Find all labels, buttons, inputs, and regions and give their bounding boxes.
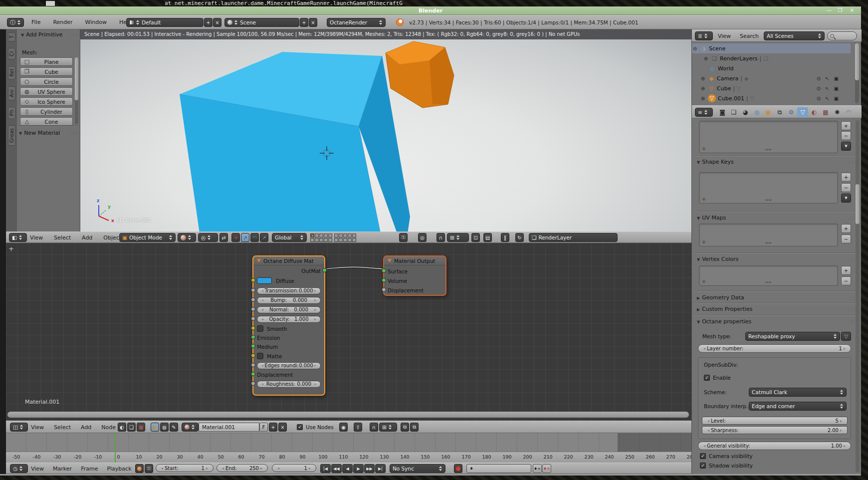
- tab-render-icon[interactable]: ◙: [717, 107, 728, 117]
- fake-user-button[interactable]: F: [259, 423, 268, 432]
- tab-render-layers-icon[interactable]: ❏: [728, 107, 739, 117]
- pivot-selector[interactable]: ◎: [198, 233, 218, 242]
- menu-item[interactable]: Add: [81, 424, 91, 431]
- scale-manipulator-button[interactable]: ↗: [260, 233, 268, 242]
- expand-icon[interactable]: ⊕: [703, 56, 709, 61]
- matte-socket[interactable]: [251, 353, 255, 358]
- list-resize-grip[interactable]: ══: [765, 280, 772, 285]
- tool-shelf-tab[interactable]: Cr: [8, 48, 15, 59]
- translate-manipulator-button[interactable]: ✛: [231, 233, 240, 242]
- layer-number-slider[interactable]: Layer number:1: [698, 344, 851, 353]
- uv-maps-panel-header[interactable]: UV Maps ::::: [697, 215, 858, 221]
- uv-map-remove-button[interactable]: −: [841, 235, 851, 243]
- tab-object-icon[interactable]: ▣: [763, 107, 774, 117]
- snap-element-select[interactable]: ⊞: [447, 233, 469, 242]
- bump-socket[interactable]: [251, 297, 255, 302]
- transport-button[interactable]: ▶|: [375, 464, 386, 473]
- render-opengl-button[interactable]: ⊡: [471, 233, 480, 242]
- opacity-socket[interactable]: [251, 316, 255, 321]
- node-editor-type-button[interactable]: ◫: [10, 423, 28, 432]
- transport-button[interactable]: ▶▶: [364, 464, 375, 473]
- menu-item[interactable]: View: [31, 424, 44, 431]
- add-primitive-button[interactable]: △ Cone: [20, 117, 73, 126]
- texture-nodes-icon[interactable]: ▩: [137, 423, 145, 432]
- manipulator-toggle-button[interactable]: ⇄: [219, 233, 228, 242]
- surface-socket[interactable]: [382, 268, 386, 273]
- lock-camera-button[interactable]: ⚿: [399, 233, 408, 242]
- normal-slider[interactable]: Normal:0.000: [257, 306, 321, 313]
- opacity-slider[interactable]: Opacity:1.000: [257, 316, 321, 323]
- new-material-button[interactable]: +: [269, 423, 277, 432]
- menu-item[interactable]: Add: [82, 235, 92, 241]
- lock-range-icon[interactable]: ⚿: [145, 464, 153, 473]
- render-engine-select[interactable]: OctaneRender: [327, 18, 386, 27]
- minimize-button[interactable]: —: [825, 7, 833, 14]
- renderability-camera-icon[interactable]: ▣: [834, 76, 839, 81]
- use-nodes-checkbox[interactable]: ✓: [297, 424, 303, 430]
- timeline[interactable]: -50-40-30-20-100102030405060708090100110…: [6, 433, 691, 463]
- world-shader-icon[interactable]: ◍: [160, 423, 169, 432]
- layout-selector[interactable]: Default: [126, 18, 204, 27]
- displacement-out-socket[interactable]: [382, 287, 386, 292]
- add-primitive-button[interactable]: ○ Circle: [20, 77, 73, 86]
- pin-icon[interactable]: ◉: [339, 423, 348, 432]
- tool-shelf-tab[interactable]: Rel: [8, 66, 15, 79]
- node-header[interactable]: Octane Diffuse Mat: [253, 256, 324, 265]
- layer-cell-active[interactable]: [310, 234, 314, 238]
- menu-item[interactable]: Search: [740, 33, 759, 39]
- paste-nodes-icon[interactable]: ⧉: [410, 423, 419, 432]
- bump-slider[interactable]: Bump:0.000: [257, 297, 321, 304]
- move-manipulator-button[interactable]: ↗: [241, 233, 249, 242]
- vertex-color-remove-button[interactable]: −: [841, 276, 851, 285]
- copy-nodes-icon[interactable]: ⧉: [401, 423, 409, 432]
- selectability-cursor-icon[interactable]: ↖: [825, 76, 829, 81]
- selectability-cursor-icon[interactable]: ↖: [825, 96, 829, 101]
- outliner-editor-type-button[interactable]: ≣: [695, 31, 713, 40]
- outliner-row-renderlayers[interactable]: ⊕ ❏ RenderLayers | ❏: [692, 53, 851, 63]
- smooth-socket[interactable]: [251, 326, 255, 330]
- vertex-groups-list[interactable]: ⊕══: [699, 121, 838, 153]
- matte-checkbox[interactable]: [257, 353, 263, 359]
- menu-item[interactable]: Select: [54, 235, 71, 241]
- tab-material-icon[interactable]: ◐: [809, 107, 820, 117]
- tab-object-data-icon[interactable]: ▽: [797, 107, 808, 117]
- delete-keyframe-button[interactable]: ♦×: [542, 464, 551, 473]
- tab-physics-icon[interactable]: ◠: [843, 107, 854, 117]
- add-primitive-panel-header[interactable]: Add Primitive ::::: [21, 31, 78, 38]
- edges-socket[interactable]: [251, 363, 255, 367]
- orientation-selector[interactable]: Global: [272, 233, 307, 242]
- geometry-data-panel-header[interactable]: Geometry Data ::::: [697, 294, 858, 301]
- vertex-color-add-button[interactable]: +: [841, 266, 851, 275]
- new-material-panel-header[interactable]: New Material ::::: [19, 130, 78, 136]
- maximize-button[interactable]: ❐: [836, 7, 844, 14]
- add-primitive-button[interactable]: ◍ UV Sphere: [20, 87, 73, 96]
- tab-texture-icon[interactable]: ▩: [820, 107, 831, 117]
- transport-button[interactable]: ▶: [353, 464, 364, 473]
- viewport-3d[interactable]: z y x (1) Cube.001 Scene | Elapsed: 00:0…: [80, 29, 691, 232]
- timeline-strip[interactable]: [6, 433, 691, 452]
- node-editor-hscrollbar[interactable]: [7, 412, 689, 418]
- parent-node-tree-icon[interactable]: ⇧: [354, 423, 362, 432]
- diffuse-color-swatch[interactable]: [257, 277, 272, 284]
- menu-item[interactable]: Object: [103, 235, 121, 241]
- general-visibility-slider[interactable]: General visibility:1.00: [698, 442, 851, 450]
- add-primitive-button[interactable]: □ Plane: [20, 57, 73, 66]
- opensubdiv-enable-checkbox[interactable]: ✓: [704, 375, 710, 381]
- menu-item[interactable]: Marker: [53, 466, 72, 472]
- shape-keys-list[interactable]: ⊕══: [699, 172, 838, 204]
- transmission-socket[interactable]: [251, 288, 255, 292]
- close-scene-button[interactable]: ×: [309, 18, 317, 27]
- collapse-icon[interactable]: ⊖: [692, 46, 698, 51]
- expand-icon[interactable]: ⊕: [700, 86, 706, 91]
- render-animation-button[interactable]: ▤: [483, 233, 492, 242]
- rotate-manipulator-button[interactable]: ◠: [250, 233, 259, 242]
- custom-properties-panel-header[interactable]: Custom Properties ::::: [697, 306, 858, 312]
- transmission-slider[interactable]: Transmission:0.000: [257, 287, 321, 294]
- vertex-colors-panel-header[interactable]: Vertex Colors ::::: [697, 256, 858, 262]
- vertex-group-specials-button[interactable]: ▼: [841, 142, 851, 151]
- tool-shelf-tab[interactable]: Ani: [8, 86, 15, 100]
- level-slider[interactable]: Level:5: [702, 417, 848, 425]
- smooth-checkbox[interactable]: [257, 325, 263, 332]
- current-frame-line[interactable]: [115, 433, 116, 463]
- list-resize-grip[interactable]: ══: [765, 240, 772, 245]
